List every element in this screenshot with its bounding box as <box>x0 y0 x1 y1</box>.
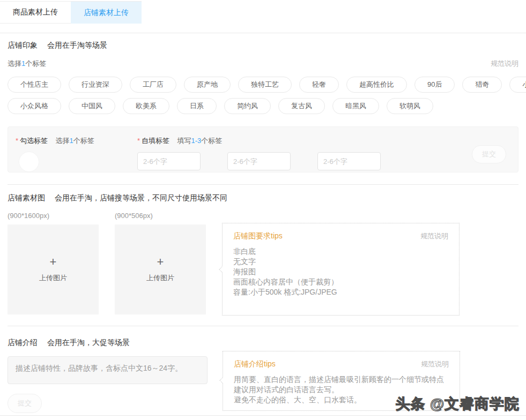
tag-row-2: 小众风格 中国风 欧美系 日系 简约风 复古风 暗黑风 软萌风 <box>8 98 518 114</box>
upload-label: 上传图片 <box>39 273 67 283</box>
fill-tag-group: *自填标签 填写1-3个标签 <box>137 136 472 170</box>
upload-box-900x506[interactable]: + 上传图片 <box>115 224 206 314</box>
tab-shop-material[interactable]: 店铺素材上传 <box>71 2 142 24</box>
tips-line: 容量:小于500k 格式:JPG/JPEG <box>233 287 448 297</box>
intro-title: 店铺介绍 <box>8 338 38 347</box>
shop-material-upload-page: 商品素材上传 店铺素材上传 店铺印象会用在手淘等场景 选择1个标签 规范说明 个… <box>0 0 526 420</box>
tag-pill[interactable]: 欧美系 <box>123 98 169 114</box>
tips-caret-left-icon <box>219 266 225 272</box>
tag-pill[interactable]: 小众品类 <box>509 77 526 93</box>
fill-tag-hint: 填写1-3个标签 <box>177 137 223 145</box>
materials-title: 店铺素材图 <box>8 193 45 202</box>
intro-tips-spec-link[interactable]: 规范说明 <box>421 359 449 369</box>
impression-section-header: 店铺印象会用在手淘等场景 <box>8 41 518 50</box>
custom-tag-input-3[interactable] <box>317 152 381 170</box>
uploads-row: + 上传图片 + 上传图片 店铺图要求tips 规范说明 非白底 无文字 海报图… <box>8 224 518 316</box>
divider-section-2 <box>8 184 518 185</box>
impression-subtitle: 会用在手淘等场景 <box>47 41 107 49</box>
custom-tag-input-1[interactable] <box>137 152 201 170</box>
divider-section-3 <box>8 326 518 326</box>
tag-row-1: 个性店主 行业资深 工厂店 原产地 独特工艺 轻奢 超高性价比 90后 猎奇 小… <box>8 77 518 93</box>
tab-bar: 商品素材上传 店铺素材上传 <box>0 1 142 24</box>
upload-size-a: (900*1600px) <box>8 212 99 220</box>
tag-pill[interactable]: 猎奇 <box>462 77 502 93</box>
upload-box-900x1600[interactable]: + 上传图片 <box>8 224 99 314</box>
tab-shop-material-label: 店铺素材上传 <box>84 8 129 18</box>
tag-pill[interactable]: 工厂店 <box>130 77 176 93</box>
intro-form: 提交 <box>8 351 208 413</box>
tag-pill[interactable]: 暗黑风 <box>332 98 379 114</box>
materials-section-header: 店铺素材图会用在手淘，店铺搜等场景，不同尺寸使用场景不同 <box>8 193 518 203</box>
tag-pill[interactable]: 日系 <box>177 98 217 114</box>
required-asterisk: * <box>16 137 18 145</box>
image-tips-lines: 非白底 无文字 海报图 画面核心内容居中（便于裁剪） 容量:小于500k 格式:… <box>233 246 448 297</box>
tag-pill[interactable]: 行业资深 <box>69 77 122 93</box>
tips-line: 无文字 <box>233 257 448 267</box>
intro-submit-button[interactable]: 提交 <box>8 394 42 413</box>
tab-product-material-label: 商品素材上传 <box>13 8 58 17</box>
impression-title: 店铺印象 <box>8 41 38 49</box>
tips-line: 画面核心内容居中（便于裁剪） <box>233 277 448 287</box>
intro-textarea[interactable] <box>8 356 208 384</box>
custom-tag-input-2[interactable] <box>227 152 291 170</box>
plus-icon: + <box>157 256 164 268</box>
fill-tag-label: *自填标签 <box>137 137 169 145</box>
image-tips-spec-link[interactable]: 规范说明 <box>420 231 448 241</box>
intro-section-header: 店铺介绍会用在手淘，大促等场景 <box>8 338 518 348</box>
tag-pill[interactable]: 复古风 <box>278 98 325 114</box>
tag-pill[interactable]: 个性店主 <box>8 77 61 93</box>
tips-line: 建议用对话式的白话语言去写。 <box>234 385 449 395</box>
upload-size-b: (900*506px) <box>115 212 206 220</box>
check-tag-hint: 选择1个标签 <box>56 137 94 145</box>
intro-subtitle: 会用在手淘，大促等场景 <box>47 338 130 347</box>
check-tag-label: *勾选标签 <box>16 137 48 145</box>
upload-size-labels: (900*1600px) (900*506px) <box>8 212 518 220</box>
tag-form-panel: *勾选标签 选择1个标签 *自填标签 填写1-3个标签 提交 <box>8 126 518 172</box>
impression-spec-link[interactable]: 规范说明 <box>491 59 518 69</box>
image-tips-box: 店铺图要求tips 规范说明 非白底 无文字 海报图 画面核心内容居中（便于裁剪… <box>222 223 460 316</box>
intro-tips-title: 店铺介绍tips <box>234 359 276 369</box>
tips-line: 用简要、直白的语言，描述店铺最吸引新顾客的一个细节或特点 <box>234 374 449 385</box>
tag-pill[interactable]: 简约风 <box>224 98 271 114</box>
tag-submit-button[interactable]: 提交 <box>472 145 506 163</box>
check-tag-group: *勾选标签 选择1个标签 <box>16 136 137 171</box>
tag-pill[interactable]: 独特工艺 <box>238 77 292 93</box>
tag-pill[interactable]: 轻奢 <box>299 77 339 93</box>
materials-subtitle: 会用在手淘，店铺搜等场景，不同尺寸使用场景不同 <box>55 193 227 202</box>
tag-pill[interactable]: 小众风格 <box>8 98 61 114</box>
tag-pill[interactable]: 超高性价比 <box>346 77 407 93</box>
tips-caret-left-icon <box>219 377 225 383</box>
watermark-text: 头条 @文睿商学院 <box>395 394 520 414</box>
plus-icon: + <box>50 256 57 268</box>
tag-pill[interactable]: 中国风 <box>69 98 115 114</box>
upload-label: 上传图片 <box>146 273 174 283</box>
tag-pill[interactable]: 原产地 <box>184 77 231 93</box>
impression-select-hint: 选择1个标签 <box>8 59 46 69</box>
tips-line: 海报图 <box>233 267 448 277</box>
selected-tag-placeholder <box>19 152 39 171</box>
image-tips-title: 店铺图要求tips <box>233 231 283 241</box>
required-asterisk: * <box>137 137 140 145</box>
tips-line: 非白底 <box>233 246 448 257</box>
tag-pill[interactable]: 90后 <box>414 77 455 93</box>
impression-select-row: 选择1个标签 规范说明 <box>8 59 518 69</box>
divider-bottom <box>0 415 526 416</box>
tag-pill[interactable]: 软萌风 <box>387 98 433 114</box>
tab-product-material[interactable]: 商品素材上传 <box>0 2 71 24</box>
fill-tag-inputs <box>137 152 472 170</box>
divider-top <box>0 33 526 33</box>
